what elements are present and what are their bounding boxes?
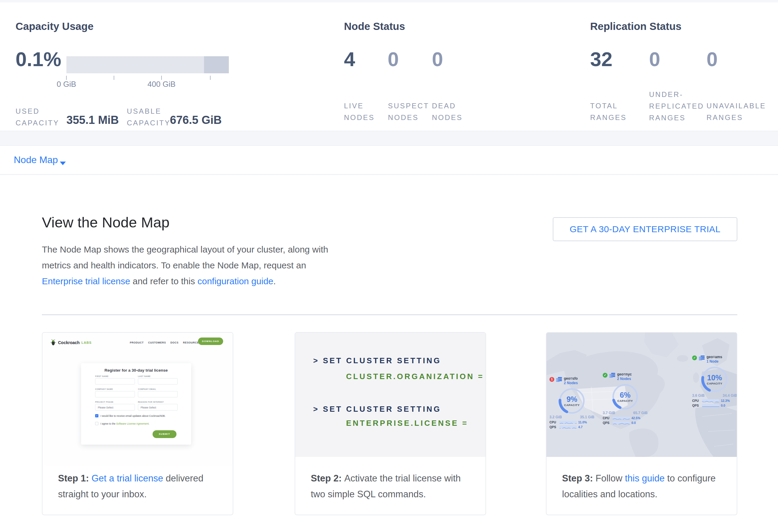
first-name-input: [95, 378, 135, 384]
download-pill: DOWNLOAD: [198, 337, 223, 345]
trial-license-form: Register for a 30-day trial license FIRS…: [81, 363, 191, 445]
node-map-promo-section: View the Node Map The Node Map shows the…: [0, 175, 778, 532]
total-ranges-count: 32: [590, 49, 613, 69]
locality-node-count: 2 Nodes: [564, 381, 578, 385]
nav-item: DOCS: [170, 341, 178, 344]
qps-label: QPS: [692, 404, 701, 407]
cpu-value: 42.5%: [631, 416, 640, 420]
submit-pill: SUBMIT: [153, 430, 176, 438]
capacity-axis-tick: [114, 76, 114, 80]
capacity-label: CAPACITY: [611, 399, 639, 402]
qps-sparkline: [559, 426, 577, 429]
chevron-down-icon[interactable]: [60, 162, 66, 165]
cpu-label: CPU: [549, 421, 558, 424]
replication-status-title: Replication Status: [590, 20, 681, 32]
check-badge-icon: ✓: [692, 356, 697, 360]
under-replicated-ranges-label: UNDER- REPLICATED RANGES: [649, 89, 704, 124]
step1-card: Cockroach LABS PRODUCT CUSTOMERS DOCS RE…: [42, 332, 233, 515]
capacity-axis-tick: [161, 76, 162, 80]
cpu-label: CPU: [603, 416, 611, 420]
total-ranges-label: TOTAL RANGES: [590, 100, 627, 123]
capacity-percent: 6%: [611, 391, 639, 399]
checkbox-label-text: I agree to the: [100, 422, 116, 425]
get-enterprise-trial-button[interactable]: GET A 30-DAY ENTERPRISE TRIAL: [553, 217, 737, 241]
section-divider: [42, 314, 737, 315]
license-agreement-checkbox-row: I agree to the Software License Agreemen…: [95, 422, 150, 425]
locality-name: geo=nyc: [617, 372, 632, 377]
node-map-selector-label[interactable]: Node Map: [14, 146, 58, 174]
used-capacity-label: USED CAPACITY: [15, 105, 59, 129]
sql-line: CLUSTER.ORGANIZATION =: [346, 372, 484, 381]
capacity-donut: 9% CAPACITY: [558, 387, 586, 415]
suspect-nodes-label: SUSPECT NODES: [388, 100, 429, 123]
project-phase-select: Please Select: [95, 404, 135, 410]
capacity-percent: 0.1%: [15, 49, 61, 69]
check-badge-icon: ✓: [603, 373, 608, 378]
node-map-description: The Node Map shows the geographical layo…: [42, 241, 329, 289]
configuration-guide-link[interactable]: configuration guide: [198, 276, 274, 286]
node-map-preview: 1 geo=sfo 2 Nodes 9%: [546, 333, 737, 457]
capacity-axis-label-400: 400 GiB: [141, 80, 182, 89]
cpu-label: CPU: [692, 399, 701, 402]
field-label: COMPANY EMAIL: [138, 388, 156, 390]
locality-marker-nyc: ✓ geo=nyc 2 Nodes 6%: [603, 372, 647, 425]
sql-line: > SET CLUSTER SETTING: [313, 404, 441, 414]
logo-subtext: LABS: [81, 341, 91, 345]
qps-label: QPS: [549, 425, 558, 429]
step3-label: Step 3:: [562, 473, 596, 483]
cpu-value: 11.0%: [578, 421, 587, 424]
enterprise-trial-license-link[interactable]: Enterprise trial license: [42, 276, 130, 286]
last-name-input: [138, 378, 178, 384]
step2-caption: Step 2: Activate the trial license with …: [311, 470, 475, 502]
locality-node-count: 1 Node: [706, 359, 722, 364]
description-text: and refer to this: [130, 276, 198, 286]
field-label: PROJECT PHASE: [95, 401, 113, 403]
qps-sparkline: [613, 421, 630, 424]
qps-label: QPS: [603, 421, 611, 425]
checkbox-empty-icon: [95, 422, 98, 425]
nav-item: PRODUCT: [130, 341, 144, 344]
under-replicated-ranges-count: 0: [649, 49, 660, 69]
capacity-label: CAPACITY: [701, 382, 728, 385]
page-title: View the Node Map: [42, 214, 170, 231]
usable-capacity-label: USABLE CAPACITY: [127, 105, 170, 129]
dead-nodes-label: DEAD NODES: [432, 100, 463, 123]
cluster-summary-panel: Capacity Usage 0.1% 0 GiB 400 GiB USED C…: [0, 2, 778, 131]
node-map-view-selector[interactable]: Node Map: [0, 145, 778, 174]
qps-sparkline: [702, 404, 719, 407]
step3-card: 1 geo=sfo 2 Nodes 9%: [546, 332, 737, 515]
capacity-percent: 10%: [701, 373, 728, 382]
capacity-axis-label-0: 0 GiB: [46, 80, 87, 89]
checkbox-label: I would like to receive email updates ab…: [100, 414, 165, 417]
qps-value: 0.0: [721, 404, 725, 407]
capacity-percent: 9%: [558, 395, 586, 404]
database-icon: [555, 376, 563, 383]
checkbox-checked-icon: ✓: [95, 414, 98, 417]
used-capacity-value: 355.1 MiB: [66, 114, 119, 127]
description-text: .: [274, 276, 276, 286]
unavailable-ranges-count: 0: [706, 49, 718, 69]
checkbox-label: I agree to the Software License Agreemen…: [100, 422, 150, 425]
reason-select: Please Select: [138, 404, 178, 410]
step3-text: Follow: [596, 473, 625, 483]
sql-line: ENTERPRISE.LICENSE =: [346, 419, 468, 428]
description-text: The Node Map shows the geographical layo…: [42, 244, 328, 270]
get-trial-license-link[interactable]: Get a trial license: [91, 473, 163, 483]
field-label: COMPANY NAME: [95, 388, 113, 390]
form-title: Register for a 30-day trial license: [81, 368, 191, 373]
qps-value: 0.0: [631, 421, 636, 425]
capacity-label: CAPACITY: [558, 403, 586, 407]
capacity-donut: 10% CAPACITY: [701, 366, 728, 393]
live-nodes-label: LIVE NODES: [344, 100, 375, 123]
this-guide-link[interactable]: this guide: [625, 473, 665, 483]
locality-marker-sfo: 1 geo=sfo 2 Nodes 9%: [549, 376, 594, 429]
field-label: FIRST NAME: [95, 375, 108, 377]
database-icon: [698, 355, 705, 362]
logo-text: Cockroach: [58, 340, 80, 345]
sql-line: > SET CLUSTER SETTING: [313, 356, 441, 365]
sql-code-preview: > SET CLUSTER SETTING CLUSTER.ORGANIZATI…: [295, 333, 485, 457]
cpu-sparkline: [559, 421, 577, 424]
used-gib: 3.2 GiB: [549, 415, 562, 419]
suspect-nodes-count: 0: [388, 49, 399, 69]
cockroach-labs-logo: Cockroach LABS: [50, 339, 91, 346]
